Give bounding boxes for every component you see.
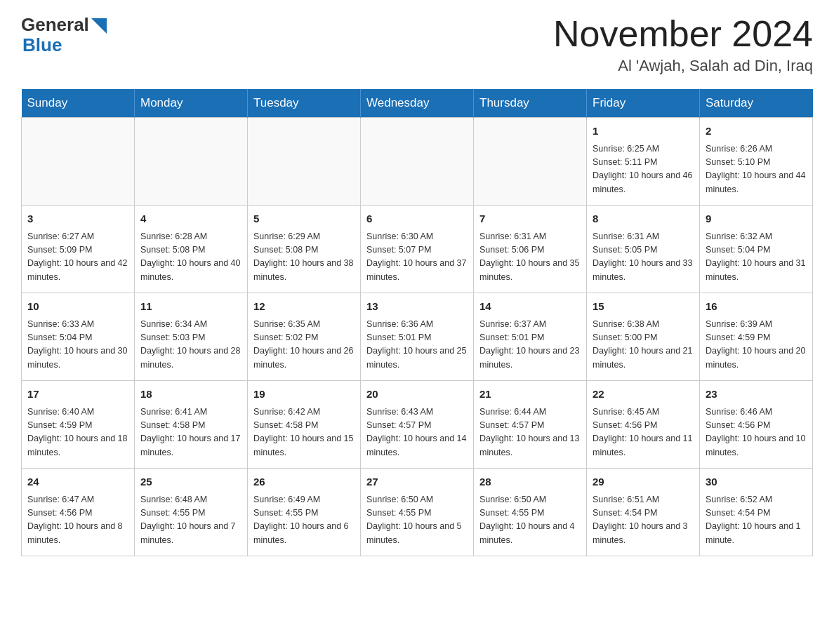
calendar-cell: 8Sunrise: 6:31 AMSunset: 5:05 PMDaylight…: [587, 206, 700, 293]
day-number: 2: [706, 123, 807, 140]
day-info: Sunrise: 6:35 AMSunset: 5:02 PMDaylight:…: [253, 318, 355, 373]
calendar-cell: 3Sunrise: 6:27 AMSunset: 5:09 PMDaylight…: [22, 206, 135, 293]
day-number: 14: [479, 299, 581, 315]
day-info: Sunrise: 6:30 AMSunset: 5:07 PMDaylight:…: [366, 230, 468, 285]
calendar-week-row: 10Sunrise: 6:33 AMSunset: 5:04 PMDayligh…: [22, 293, 813, 381]
day-info: Sunrise: 6:52 AMSunset: 4:54 PMDaylight:…: [706, 493, 807, 548]
day-number: 25: [140, 474, 241, 490]
day-number: 23: [706, 387, 807, 403]
day-number: 29: [593, 474, 694, 490]
day-info: Sunrise: 6:37 AMSunset: 5:01 PMDaylight:…: [479, 318, 581, 373]
day-info: Sunrise: 6:44 AMSunset: 4:57 PMDaylight:…: [479, 405, 581, 460]
logo-arrow-icon: [91, 18, 107, 34]
day-number: 3: [27, 211, 128, 227]
day-info: Sunrise: 6:47 AMSunset: 4:56 PMDaylight:…: [27, 493, 128, 548]
calendar-cell: 29Sunrise: 6:51 AMSunset: 4:54 PMDayligh…: [587, 469, 700, 556]
day-info: Sunrise: 6:28 AMSunset: 5:08 PMDaylight:…: [140, 230, 241, 285]
calendar-cell: 14Sunrise: 6:37 AMSunset: 5:01 PMDayligh…: [474, 293, 587, 381]
day-info: Sunrise: 6:51 AMSunset: 4:54 PMDaylight:…: [593, 493, 694, 548]
logo-blue-text: Blue: [22, 34, 107, 56]
day-info: Sunrise: 6:33 AMSunset: 5:04 PMDaylight:…: [27, 318, 128, 373]
day-number: 12: [253, 299, 355, 315]
calendar-header-row: SundayMondayTuesdayWednesdayThursdayFrid…: [22, 89, 813, 118]
day-info: Sunrise: 6:26 AMSunset: 5:10 PMDaylight:…: [706, 142, 807, 197]
day-number: 7: [479, 211, 581, 227]
day-info: Sunrise: 6:31 AMSunset: 5:06 PMDaylight:…: [479, 230, 581, 285]
day-number: 11: [140, 299, 241, 315]
calendar-cell: [474, 118, 587, 206]
day-info: Sunrise: 6:49 AMSunset: 4:55 PMDaylight:…: [253, 493, 355, 548]
day-info: Sunrise: 6:39 AMSunset: 4:59 PMDaylight:…: [706, 318, 807, 373]
day-number: 9: [706, 211, 807, 227]
calendar-cell: 4Sunrise: 6:28 AMSunset: 5:08 PMDaylight…: [135, 206, 248, 293]
day-info: Sunrise: 6:45 AMSunset: 4:56 PMDaylight:…: [593, 405, 694, 460]
day-number: 8: [593, 211, 694, 227]
location-subtitle: Al 'Awjah, Salah ad Din, Iraq: [553, 57, 813, 75]
calendar-week-row: 24Sunrise: 6:47 AMSunset: 4:56 PMDayligh…: [22, 469, 813, 556]
day-number: 15: [593, 299, 694, 315]
calendar-week-row: 17Sunrise: 6:40 AMSunset: 4:59 PMDayligh…: [22, 381, 813, 469]
calendar-cell: 13Sunrise: 6:36 AMSunset: 5:01 PMDayligh…: [361, 293, 474, 381]
day-number: 10: [27, 299, 128, 315]
calendar-header-thursday: Thursday: [474, 89, 587, 118]
day-number: 20: [366, 387, 468, 403]
day-number: 17: [27, 387, 128, 403]
day-info: Sunrise: 6:41 AMSunset: 4:58 PMDaylight:…: [140, 405, 241, 460]
day-number: 26: [253, 474, 355, 490]
day-info: Sunrise: 6:29 AMSunset: 5:08 PMDaylight:…: [253, 230, 355, 285]
calendar-cell: 17Sunrise: 6:40 AMSunset: 4:59 PMDayligh…: [22, 381, 135, 469]
calendar-cell: 26Sunrise: 6:49 AMSunset: 4:55 PMDayligh…: [248, 469, 361, 556]
calendar-cell: 23Sunrise: 6:46 AMSunset: 4:56 PMDayligh…: [700, 381, 813, 469]
day-info: Sunrise: 6:27 AMSunset: 5:09 PMDaylight:…: [27, 230, 128, 285]
calendar-cell: [22, 118, 135, 206]
calendar-cell: 1Sunrise: 6:25 AMSunset: 5:11 PMDaylight…: [587, 118, 700, 206]
title-section: November 2024 Al 'Awjah, Salah ad Din, I…: [553, 14, 813, 75]
calendar-cell: 12Sunrise: 6:35 AMSunset: 5:02 PMDayligh…: [248, 293, 361, 381]
day-number: 24: [27, 474, 128, 490]
calendar-week-row: 3Sunrise: 6:27 AMSunset: 5:09 PMDaylight…: [22, 206, 813, 293]
day-info: Sunrise: 6:50 AMSunset: 4:55 PMDaylight:…: [366, 493, 468, 548]
day-number: 5: [253, 211, 355, 227]
calendar-cell: 10Sunrise: 6:33 AMSunset: 5:04 PMDayligh…: [22, 293, 135, 381]
calendar-week-row: 1Sunrise: 6:25 AMSunset: 5:11 PMDaylight…: [22, 118, 813, 206]
calendar-cell: 19Sunrise: 6:42 AMSunset: 4:58 PMDayligh…: [248, 381, 361, 469]
calendar-cell: 30Sunrise: 6:52 AMSunset: 4:54 PMDayligh…: [700, 469, 813, 556]
day-number: 13: [366, 299, 468, 315]
day-number: 1: [593, 123, 694, 140]
day-number: 21: [479, 387, 581, 403]
day-info: Sunrise: 6:25 AMSunset: 5:11 PMDaylight:…: [593, 142, 694, 197]
day-info: Sunrise: 6:43 AMSunset: 4:57 PMDaylight:…: [366, 405, 468, 460]
svg-marker-0: [91, 18, 107, 34]
calendar-cell: 27Sunrise: 6:50 AMSunset: 4:55 PMDayligh…: [361, 469, 474, 556]
logo-general-text: General: [21, 14, 89, 36]
day-number: 22: [593, 387, 694, 403]
calendar-cell: 25Sunrise: 6:48 AMSunset: 4:55 PMDayligh…: [135, 469, 248, 556]
calendar-header-monday: Monday: [135, 89, 248, 118]
day-number: 28: [479, 474, 581, 490]
month-title: November 2024: [553, 14, 813, 54]
calendar-cell: 20Sunrise: 6:43 AMSunset: 4:57 PMDayligh…: [361, 381, 474, 469]
day-number: 18: [140, 387, 241, 403]
logo: General Blue: [21, 14, 107, 56]
day-info: Sunrise: 6:46 AMSunset: 4:56 PMDaylight:…: [706, 405, 807, 460]
day-info: Sunrise: 6:34 AMSunset: 5:03 PMDaylight:…: [140, 318, 241, 373]
calendar-table: SundayMondayTuesdayWednesdayThursdayFrid…: [21, 89, 813, 556]
day-info: Sunrise: 6:36 AMSunset: 5:01 PMDaylight:…: [366, 318, 468, 373]
day-number: 27: [366, 474, 468, 490]
calendar-cell: 7Sunrise: 6:31 AMSunset: 5:06 PMDaylight…: [474, 206, 587, 293]
calendar-cell: [361, 118, 474, 206]
calendar-header-tuesday: Tuesday: [248, 89, 361, 118]
calendar-cell: 16Sunrise: 6:39 AMSunset: 4:59 PMDayligh…: [700, 293, 813, 381]
day-number: 6: [366, 211, 468, 227]
calendar-header-friday: Friday: [587, 89, 700, 118]
calendar-cell: 22Sunrise: 6:45 AMSunset: 4:56 PMDayligh…: [587, 381, 700, 469]
calendar-cell: [135, 118, 248, 206]
day-number: 30: [706, 474, 807, 490]
day-number: 16: [706, 299, 807, 315]
calendar-cell: 28Sunrise: 6:50 AMSunset: 4:55 PMDayligh…: [474, 469, 587, 556]
calendar-cell: 9Sunrise: 6:32 AMSunset: 5:04 PMDaylight…: [700, 206, 813, 293]
day-info: Sunrise: 6:50 AMSunset: 4:55 PMDaylight:…: [479, 493, 581, 548]
day-info: Sunrise: 6:42 AMSunset: 4:58 PMDaylight:…: [253, 405, 355, 460]
calendar-cell: 21Sunrise: 6:44 AMSunset: 4:57 PMDayligh…: [474, 381, 587, 469]
day-number: 4: [140, 211, 241, 227]
